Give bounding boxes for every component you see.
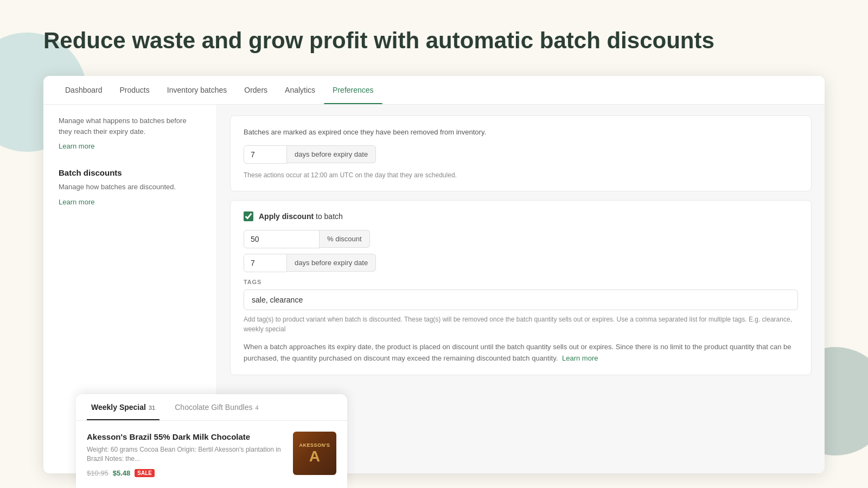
batch-discounts-learn-more-link[interactable]: Learn more — [59, 198, 94, 206]
apply-discount-checkbox[interactable] — [244, 211, 253, 221]
expiry-section-info: Manage what happens to batches before th… — [59, 115, 201, 151]
price-original: $10.95 — [87, 469, 108, 477]
nav-item-orders[interactable]: Orders — [235, 76, 276, 104]
product-info: Akesson's Brazil 55% Dark Milk Chocolate… — [87, 432, 284, 477]
nav-bar: Dashboard Products Inventory batches Ord… — [43, 76, 825, 105]
product-row: Akesson's Brazil 55% Dark Milk Chocolate… — [87, 432, 336, 477]
nav-item-preferences[interactable]: Preferences — [324, 76, 382, 104]
expiry-card-description: Batches are marked as expired once they … — [244, 127, 798, 138]
expiry-days-label: days before expiry date — [287, 145, 376, 163]
card-tab-weekly-label: Weekly Special — [91, 403, 146, 412]
expiry-days-input[interactable] — [244, 145, 287, 164]
product-name: Akesson's Brazil 55% Dark Milk Chocolate — [87, 432, 284, 442]
percent-label: % discount — [320, 230, 370, 248]
discount-days-label: days before expiry date — [287, 254, 376, 272]
bottom-description-text: When a batch approaches its expiry date,… — [244, 343, 792, 362]
card-content: Akesson's Brazil 55% Dark Milk Chocolate… — [76, 421, 347, 488]
batch-discounts-title: Batch discounts — [59, 168, 201, 177]
percent-input[interactable] — [244, 230, 320, 248]
card-tab-chocolate-gift[interactable]: Chocolate Gift Bundles 4 — [170, 394, 263, 420]
discount-header: Apply discount to batch — [244, 211, 798, 221]
card-tabs: Weekly Special 31 Chocolate Gift Bundles… — [76, 394, 347, 421]
card-tab-gift-badge: 4 — [253, 404, 258, 411]
bottom-description: When a batch approaches its expiry date,… — [244, 342, 798, 364]
card-tab-gift-label: Chocolate Gift Bundles — [175, 403, 252, 412]
nav-item-products[interactable]: Products — [111, 76, 158, 104]
expiry-settings-card: Batches are marked as expired once they … — [230, 115, 812, 191]
discount-days-input[interactable] — [244, 254, 287, 272]
tags-label: TAGS — [244, 279, 798, 285]
discount-title-bold: Apply discount — [259, 212, 314, 221]
discount-settings-card: Apply discount to batch % discount days … — [230, 200, 812, 376]
product-image: AKESSON'S A — [293, 432, 336, 475]
batch-discounts-description: Manage how batches are discounted. — [59, 182, 201, 192]
bottom-learn-more-link[interactable]: Learn more — [562, 354, 598, 362]
expiry-days-row: days before expiry date — [244, 145, 798, 164]
product-description: Weight: 60 grams Cocoa Bean Origin: Bert… — [87, 445, 284, 464]
nav-item-inventory-batches[interactable]: Inventory batches — [158, 76, 236, 104]
batch-discounts-section: Batch discounts Manage how batches are d… — [59, 168, 201, 207]
percent-row: % discount — [244, 230, 798, 248]
card-tab-weekly-badge: 31 — [147, 404, 155, 411]
expiry-note: These actions occur at 12:00 am UTC on t… — [244, 170, 798, 180]
expiry-learn-more-link[interactable]: Learn more — [59, 142, 94, 150]
discount-title-suffix: to batch — [316, 212, 343, 221]
product-card-panel: Weekly Special 31 Chocolate Gift Bundles… — [76, 394, 347, 488]
nav-item-dashboard[interactable]: Dashboard — [56, 76, 111, 104]
nav-item-analytics[interactable]: Analytics — [276, 76, 324, 104]
price-row: $10.95 $5.48 SALE — [87, 469, 284, 477]
sale-badge: SALE — [135, 469, 155, 477]
card-tab-weekly-special[interactable]: Weekly Special 31 — [87, 394, 159, 420]
discount-days-row: days before expiry date — [244, 254, 798, 272]
tags-description: Add tag(s) to product variant when batch… — [244, 314, 798, 334]
discount-title-text: Apply discount to batch — [259, 212, 343, 221]
product-brand-letter: A — [309, 449, 321, 464]
tags-input[interactable] — [244, 290, 798, 310]
page-title: Reduce waste and grow profit with automa… — [43, 27, 825, 54]
price-sale: $5.48 — [113, 469, 131, 477]
expiry-description: Manage what happens to batches before th… — [59, 115, 201, 137]
